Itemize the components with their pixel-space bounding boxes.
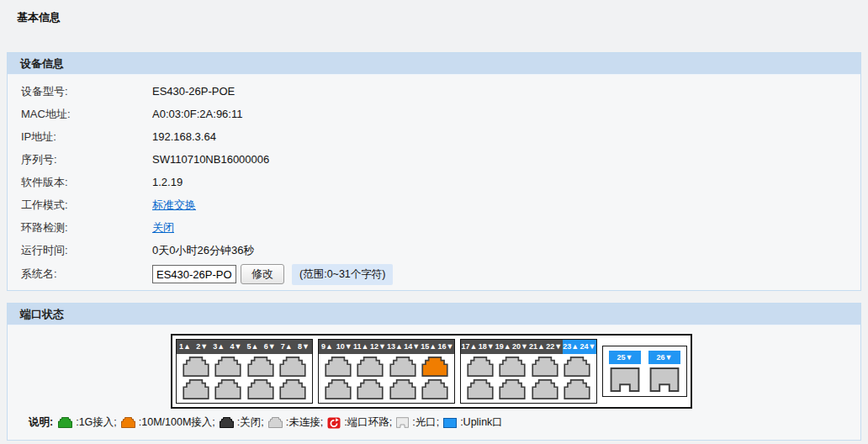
port-group-3: 17▲18▼19▲20▼21▲22▼23▲24▼ — [460, 339, 597, 404]
port-25-number-cell: 25▼ — [609, 351, 641, 364]
port-number-cell: 2▼ — [193, 340, 210, 354]
uptime-label: 运行时间: — [8, 243, 152, 258]
legend-item-2: :10M/100M接入; — [121, 415, 215, 430]
port-group-header: 9▲10▼11▲12▼13▲14▼15▲16▼ — [319, 340, 454, 354]
sfp-port-26: 26▼ — [648, 351, 680, 392]
port-row — [461, 357, 596, 377]
info-row-work-mode: 工作模式:标准交换 — [8, 193, 860, 216]
legend-item-text: :10M/100M接入; — [139, 415, 215, 430]
port-23-icon — [563, 357, 591, 377]
port-11-icon — [356, 357, 384, 377]
device-info-panel: 设备信息 设备型号:ES430-26P-POEMAC地址:A0:03:0F:2A… — [7, 52, 861, 291]
legend-item-6: :光口; — [396, 415, 439, 430]
port-number-cell: 10▼ — [336, 340, 352, 354]
port-number-cell: 18▼ — [478, 340, 495, 354]
port-number-cell: 1▲ — [177, 340, 193, 354]
loop-detect-label: 环路检测: — [8, 220, 152, 235]
legend-rj45-icon — [268, 417, 286, 428]
legend-item-text: :光口; — [412, 415, 439, 430]
sfp-port-box: 25▼26▼ — [602, 346, 687, 397]
loop-detect-link[interactable]: 关闭 — [152, 220, 174, 235]
ip-address-label: IP地址: — [8, 130, 152, 145]
system-name-hint: (范围:0~31个字符) — [292, 264, 393, 285]
port-number-cell: 3▲ — [210, 340, 227, 354]
port-group-header: 1▲2▼3▲4▼5▲6▼7▲8▼ — [177, 340, 312, 354]
info-row-loop-detect: 环路检测:关闭 — [8, 216, 860, 239]
port-number-cell: 20▼ — [511, 340, 528, 354]
port-area: 1▲2▼3▲4▼5▲6▼7▲8▼9▲10▼11▲12▼13▲14▼15▲16▼1… — [171, 334, 860, 409]
device-info-panel-title: 设备信息 — [8, 53, 860, 75]
legend-item-text: :Uplink口 — [460, 415, 503, 430]
uptime-value: 0天0小时26分钟36秒 — [152, 243, 254, 258]
port-number-cell: 9▲ — [319, 340, 336, 354]
port-number-cell: 15▲ — [421, 340, 437, 354]
work-mode-label: 工作模式: — [8, 198, 152, 213]
work-mode-link[interactable]: 标准交换 — [152, 198, 196, 213]
port-group-2: 9▲10▼11▲12▼13▲14▼15▲16▼ — [318, 339, 455, 404]
modify-button[interactable]: 修改 — [241, 264, 284, 284]
port-number-cell: 16▼ — [437, 340, 454, 354]
port-17-icon — [466, 357, 495, 377]
legend-rj45-icon — [58, 417, 76, 428]
legend-rj45-icon — [121, 417, 139, 428]
switch-port-diagram: 1▲2▼3▲4▼5▲6▼7▲8▼9▲10▼11▲12▼13▲14▼15▲16▼1… — [171, 334, 692, 409]
port-number-cell: 19▲ — [495, 340, 511, 354]
info-row-mac-address: MAC地址:A0:03:0F:2A:96:11 — [8, 103, 860, 125]
port-26-number-cell: 26▼ — [648, 351, 680, 364]
legend-item-5: :端口环路; — [327, 415, 392, 430]
port-number-cell: 6▼ — [262, 340, 278, 354]
port-number-cell: 8▼ — [295, 340, 312, 354]
port-2-icon — [182, 379, 210, 399]
port-12-icon — [356, 379, 384, 399]
legend-item-text: :1G接入; — [76, 415, 117, 430]
port-3-icon — [214, 357, 242, 377]
port-number-cell: 17▲ — [461, 340, 478, 354]
legend-item-3: :关闭; — [220, 415, 264, 430]
port-number-cell: 24▼ — [580, 340, 596, 354]
legend-sfp-icon — [396, 417, 412, 428]
port-16-icon — [421, 379, 449, 399]
port-13-icon — [389, 357, 417, 377]
legend-item-text: :端口环路; — [344, 415, 392, 430]
info-row-ip-address: IP地址:192.168.3.64 — [8, 125, 860, 148]
page-title: 基本信息 — [0, 0, 868, 34]
port-group-1: 1▲2▼3▲4▼5▲6▼7▲8▼ — [176, 339, 313, 404]
port-status-panel-title: 端口状态 — [8, 304, 860, 325]
legend-item-text: :关闭; — [237, 415, 264, 430]
port-6-icon — [246, 379, 275, 399]
mac-address-label: MAC地址: — [8, 107, 152, 122]
legend-item-7: :Uplink口 — [443, 415, 503, 430]
port-number-cell: 14▼ — [404, 340, 421, 354]
device-model-value: ES430-26P-POE — [152, 85, 235, 98]
port-7-icon — [278, 357, 307, 377]
port-5-icon — [246, 357, 275, 377]
port-10-icon — [324, 379, 352, 399]
port-number-cell: 4▼ — [227, 340, 244, 354]
serial-number-value: SW110710NB16000006 — [152, 153, 269, 166]
port-group-header: 17▲18▼19▲20▼21▲22▼23▲24▼ — [461, 340, 596, 354]
port-row — [177, 357, 312, 377]
legend-item-text: :未连接; — [286, 415, 323, 430]
device-info-rows: 设备型号:ES430-26P-POEMAC地址:A0:03:0F:2A:96:1… — [8, 80, 860, 262]
port-number-cell: 21▲ — [529, 340, 546, 354]
port-21-icon — [531, 357, 559, 377]
port-14-icon — [389, 379, 417, 399]
port-19-icon — [498, 357, 527, 377]
port-9-icon — [324, 357, 352, 377]
system-name-label: 系统名: — [8, 267, 152, 282]
system-name-input[interactable] — [152, 265, 236, 283]
port-number-cell: 22▼ — [546, 340, 563, 354]
port-status-panel: 端口状态 1▲2▼3▲4▼5▲6▼7▲8▼9▲10▼11▲12▼13▲14▼15… — [7, 303, 861, 441]
port-number-cell: 12▼ — [369, 340, 386, 354]
port-number-cell: 5▲ — [245, 340, 262, 354]
legend-uplink-icon — [443, 418, 460, 428]
port-number-cell: 23▲ — [563, 340, 580, 354]
port-number-cell: 13▲ — [387, 340, 404, 354]
serial-number-label: 序列号: — [8, 152, 152, 167]
info-row-serial-number: 序列号:SW110710NB16000006 — [8, 148, 860, 171]
port-4-icon — [214, 379, 242, 399]
mac-address-value: A0:03:0F:2A:96:11 — [152, 108, 242, 120]
port-22-icon — [531, 379, 559, 399]
legend-label: 说明: — [29, 415, 53, 430]
port-8-icon — [278, 379, 307, 399]
